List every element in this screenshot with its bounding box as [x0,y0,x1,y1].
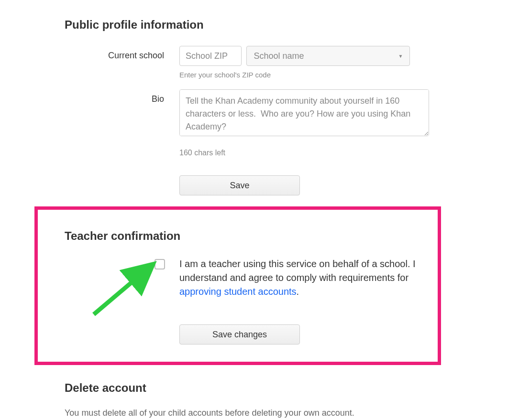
school-zip-helper: Enter your school's ZIP code [179,71,454,79]
teacher-confirmation-checkbox[interactable] [155,259,165,269]
bio-textarea[interactable] [179,89,429,136]
bio-label: Bio [65,89,179,104]
teacher-checkbox-cell [65,257,179,269]
public-profile-section: Public profile information Current schoo… [0,0,519,195]
delete-account-section: Delete account You must delete all of yo… [65,381,354,418]
delete-account-heading: Delete account [65,381,354,395]
delete-account-text: You must delete all of your child accoun… [65,408,354,418]
teacher-confirmation-row: I am a teacher using this service on beh… [65,257,457,299]
school-name-select[interactable]: School name ▼ [246,46,410,66]
current-school-field: School name ▼ Enter your school's ZIP co… [179,46,454,79]
teacher-confirmation-text: I am a teacher using this service on beh… [179,257,428,299]
bio-chars-left: 160 chars left [179,149,454,157]
save-teacher-button[interactable]: Save changes [179,324,300,345]
public-profile-heading: Public profile information [65,18,454,32]
school-name-select-value: School name [254,51,304,61]
school-zip-input[interactable] [179,46,242,66]
chevron-down-icon: ▼ [398,54,403,59]
teacher-text-part1: I am a teacher using this service on beh… [179,258,416,283]
bio-field: 160 chars left Save [179,89,454,195]
teacher-save-row: Save changes [179,324,457,345]
approving-student-accounts-link[interactable]: approving student accounts [179,286,297,297]
teacher-confirmation-heading: Teacher confirmation [65,229,457,243]
bio-row: Bio 160 chars left Save [65,89,454,195]
current-school-row: Current school School name ▼ Enter your … [65,46,454,79]
teacher-confirmation-section: Teacher confirmation I am a teacher usin… [65,229,457,345]
teacher-text-part2: . [297,286,299,297]
current-school-label: Current school [65,46,179,61]
save-profile-button[interactable]: Save [179,175,300,195]
